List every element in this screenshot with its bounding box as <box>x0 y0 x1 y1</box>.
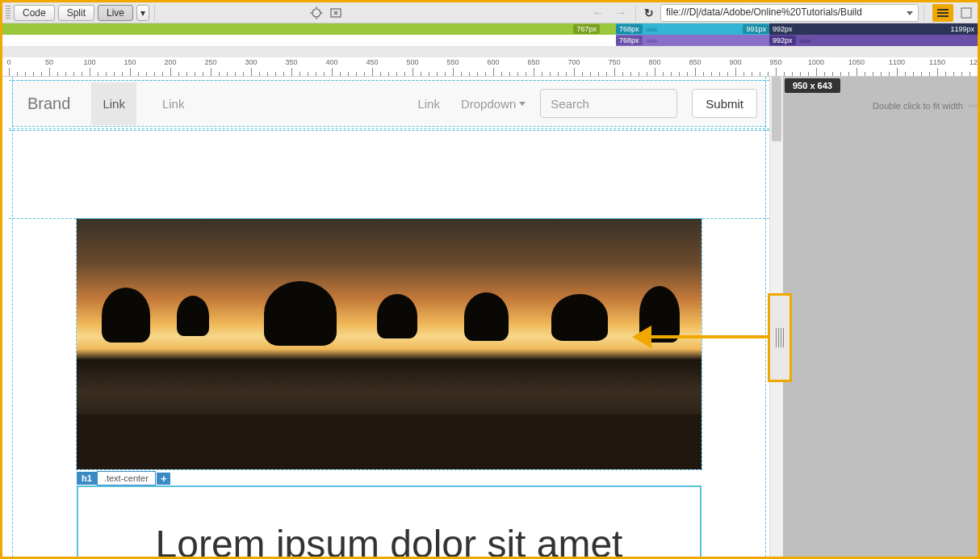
ruler-tick-label: 1000 <box>808 58 824 66</box>
tag-name-badge[interactable]: h1 <box>77 472 97 485</box>
separator <box>154 5 155 21</box>
breakpoint-label: 768px <box>616 36 643 45</box>
heading-text: Lorem ipsum dolor sit amet <box>124 513 655 557</box>
dropdown-toggle[interactable]: Dropdown <box>461 97 526 111</box>
ruler-tick-label: 450 <box>366 58 378 66</box>
split-view-button[interactable]: Split <box>58 5 94 21</box>
brand-link[interactable]: Brand <box>21 95 77 113</box>
ruler-tick-label: 500 <box>406 58 418 66</box>
selected-h1-element[interactable]: Lorem ipsum dolor sit amet <box>77 485 701 557</box>
svg-rect-6 <box>961 8 971 18</box>
ruler-tick-label: 400 <box>325 58 337 66</box>
ruler-tick-label: 150 <box>124 58 136 66</box>
ruler-tick-label: 50 <box>45 58 53 66</box>
ruler-tick-label: 200 <box>164 58 176 66</box>
scroll-thumb[interactable] <box>772 77 781 141</box>
forward-arrow-icon[interactable]: → <box>611 6 630 20</box>
crosshair-icon[interactable] <box>308 5 325 21</box>
search-input[interactable]: Search <box>540 89 677 118</box>
add-class-button[interactable]: + <box>156 473 171 485</box>
inspect-icon[interactable] <box>328 5 344 21</box>
ruler-tick-label: 950 <box>769 58 781 66</box>
ruler-tick-label: 700 <box>567 58 580 66</box>
breakpoint-purple-2[interactable]: 992px »»»» <box>769 35 978 46</box>
breakpoint-purple-1[interactable]: 768px »»»» <box>616 35 769 46</box>
preview-canvas: Brand Link Link Link Dropdown Search Sub… <box>9 77 769 557</box>
live-view-button[interactable]: Live <box>98 5 133 21</box>
ruler-tick-label: 1200 <box>970 58 978 66</box>
ruler-tick-label: 1050 <box>848 58 865 66</box>
breakpoint-xs[interactable]: »»»» 767px <box>2 23 616 35</box>
element-tag-indicator: h1 .text-center + <box>77 471 701 485</box>
breakpoint-bar: »»»» 767px 768px »»»» 991px 992px 1199px… <box>2 23 978 57</box>
ruler-tick-label: 250 <box>204 58 216 66</box>
ruler-tick-label: 1150 <box>929 58 945 66</box>
breakpoint-label: 768px <box>616 24 643 34</box>
back-arrow-icon[interactable]: ← <box>588 6 608 20</box>
arrow-left-icon <box>632 326 651 348</box>
ruler-tick-label: 650 <box>527 58 539 66</box>
refresh-icon[interactable]: ↻ <box>641 5 657 21</box>
annotation-arrow <box>632 326 769 350</box>
nav-link-3[interactable]: Link <box>411 82 446 125</box>
grip-icon <box>776 328 784 347</box>
viewport-size-badge: 950 x 643 <box>785 78 840 93</box>
ruler-tick-label: 550 <box>446 58 459 66</box>
breakpoint-label: 767px <box>573 24 600 34</box>
panel-toggle-icon[interactable] <box>932 4 953 22</box>
submit-button[interactable]: Submit <box>692 89 757 118</box>
address-bar[interactable]: file:///D|/data/Adobe/Online%20Tutorials… <box>660 4 919 22</box>
document-toolbar: Code Split Live ▾ ← → ↻ file:///D|/data/… <box>2 2 978 23</box>
breakpoint-label: 1199px <box>947 24 978 34</box>
nav-link-2[interactable]: Link <box>151 82 196 125</box>
separator <box>635 5 636 21</box>
breakpoint-label: 991px <box>743 24 769 34</box>
ruler-tick-label: 300 <box>245 58 257 66</box>
svg-point-0 <box>312 9 320 17</box>
toolbar-grip[interactable] <box>6 6 10 20</box>
horizontal-ruler: 0501001502002503003504004505005506006507… <box>2 57 978 77</box>
ruler-tick-label: 600 <box>487 58 499 66</box>
right-resize-panel: 950 x 643 Double click to fit width »»» <box>783 77 978 557</box>
more-icon[interactable] <box>958 5 974 21</box>
ruler-tick-label: 800 <box>648 58 660 66</box>
ruler-tick-label: 350 <box>285 58 297 66</box>
ruler-tick-label: 1100 <box>889 58 905 66</box>
ruler-tick-label: 0 <box>6 58 10 66</box>
ruler-tick-label: 850 <box>689 58 701 66</box>
dropdown-label: Dropdown <box>461 97 516 111</box>
hero-image[interactable] <box>77 219 701 469</box>
breakpoint-label: 992px <box>769 36 796 45</box>
live-view-dropdown[interactable]: ▾ <box>136 5 149 21</box>
live-preview-area: Brand Link Link Link Dropdown Search Sub… <box>2 77 978 557</box>
separator <box>923 5 924 21</box>
resize-drag-handle[interactable] <box>768 293 792 382</box>
caret-down-icon <box>519 102 526 106</box>
fit-width-hint: Double click to fit width <box>873 101 963 111</box>
ruler-tick-label: 750 <box>608 58 620 66</box>
breakpoint-sm[interactable]: 768px »»»» 991px <box>616 23 769 35</box>
class-name-badge[interactable]: .text-center <box>97 471 156 485</box>
page-navbar: Brand Link Link Link Dropdown Search Sub… <box>12 80 766 127</box>
code-view-button[interactable]: Code <box>14 5 55 21</box>
breakpoint-md[interactable]: 992px 1199px <box>769 23 978 35</box>
nav-link-1[interactable]: Link <box>91 82 136 125</box>
ruler-tick-label: 100 <box>83 58 95 66</box>
breakpoint-label: 992px <box>769 24 796 34</box>
ruler-tick-label: 900 <box>729 58 741 66</box>
chevron-right-icon: »»» <box>967 101 976 110</box>
